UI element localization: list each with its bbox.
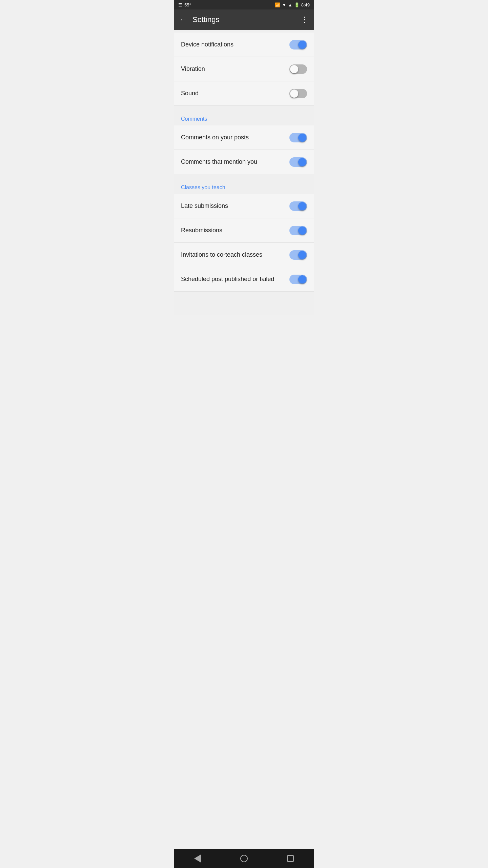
bluetooth-icon: 📶 — [275, 2, 280, 7]
notification-icon: ☰ — [178, 2, 182, 7]
setting-label-vibration: Vibration — [181, 65, 205, 73]
battery-icon: 🔋 — [294, 2, 300, 7]
setting-late-submissions[interactable]: Late submissions — [174, 194, 314, 218]
toggle-comments-on-posts[interactable] — [289, 133, 307, 142]
recents-icon — [287, 855, 294, 862]
setting-resubmissions[interactable]: Resubmissions — [174, 218, 314, 243]
status-bar: ☰ 55° 📶 ▼ ▲ 🔋 8:49 — [174, 0, 314, 9]
toggle-thumb — [290, 65, 298, 73]
home-icon — [240, 855, 248, 862]
status-right: 📶 ▼ ▲ 🔋 8:49 — [275, 2, 310, 7]
section-comments: Comments Comments on your posts Comments… — [174, 110, 314, 174]
toggle-thumb — [298, 202, 306, 210]
toggle-thumb — [298, 41, 306, 49]
setting-comments-on-posts[interactable]: Comments on your posts — [174, 125, 314, 150]
toggle-thumb — [298, 158, 306, 166]
app-bar: ← Settings ⋮ — [174, 9, 314, 30]
back-icon — [194, 854, 201, 863]
wifi-icon: ▼ — [282, 2, 286, 7]
more-options-button[interactable]: ⋮ — [301, 15, 308, 24]
toggle-resubmissions[interactable] — [289, 226, 307, 235]
setting-label-invitations-co-teach: Invitations to co-teach classes — [181, 251, 262, 258]
section-header-classes-you-teach: Classes you teach — [174, 178, 314, 194]
spacer-2 — [174, 174, 314, 178]
setting-label-comments-on-posts: Comments on your posts — [181, 134, 249, 141]
page-title: Settings — [192, 15, 220, 24]
toggle-thumb — [298, 251, 306, 259]
setting-vibration[interactable]: Vibration — [174, 57, 314, 81]
signal-icon: ▲ — [288, 2, 292, 7]
nav-back-button[interactable] — [187, 852, 208, 865]
section-title-classes-you-teach: Classes you teach — [181, 184, 225, 190]
section-notifications: Device notifications Vibration Sound — [174, 33, 314, 106]
setting-comments-mention[interactable]: Comments that mention you — [174, 150, 314, 174]
setting-label-resubmissions: Resubmissions — [181, 227, 222, 234]
status-left: ☰ 55° — [178, 2, 191, 7]
toggle-vibration[interactable] — [289, 64, 307, 74]
section-classes-you-teach: Classes you teach Late submissions Resub… — [174, 178, 314, 292]
settings-content: Device notifications Vibration Sound Com — [174, 30, 314, 315]
nav-recents-button[interactable] — [280, 852, 301, 865]
toggle-thumb — [298, 134, 306, 142]
toggle-comments-mention[interactable] — [289, 157, 307, 167]
setting-device-notifications[interactable]: Device notifications — [174, 33, 314, 57]
section-header-comments: Comments — [174, 110, 314, 125]
section-title-comments: Comments — [181, 116, 207, 122]
setting-label-scheduled-post: Scheduled post published or failed — [181, 276, 274, 283]
bottom-spacer — [174, 292, 314, 315]
toggle-scheduled-post[interactable] — [289, 275, 307, 284]
toggle-late-submissions[interactable] — [289, 201, 307, 211]
setting-invitations-co-teach[interactable]: Invitations to co-teach classes — [174, 243, 314, 267]
toggle-thumb — [290, 90, 298, 98]
temperature: 55° — [184, 2, 191, 7]
back-button[interactable]: ← — [180, 15, 187, 24]
clock: 8:49 — [301, 2, 310, 7]
toggle-thumb — [298, 275, 306, 283]
setting-label-sound: Sound — [181, 90, 199, 97]
setting-label-device-notifications: Device notifications — [181, 41, 233, 48]
setting-label-comments-mention: Comments that mention you — [181, 158, 257, 165]
toggle-invitations-co-teach[interactable] — [289, 250, 307, 260]
toggle-device-notifications[interactable] — [289, 40, 307, 50]
setting-label-late-submissions: Late submissions — [181, 202, 228, 210]
setting-scheduled-post[interactable]: Scheduled post published or failed — [174, 267, 314, 292]
toggle-sound[interactable] — [289, 89, 307, 98]
app-bar-left: ← Settings — [180, 15, 220, 24]
setting-sound[interactable]: Sound — [174, 81, 314, 106]
toggle-thumb — [298, 226, 306, 235]
spacer-1 — [174, 106, 314, 110]
nav-home-button[interactable] — [234, 852, 254, 865]
nav-bar — [174, 849, 314, 868]
